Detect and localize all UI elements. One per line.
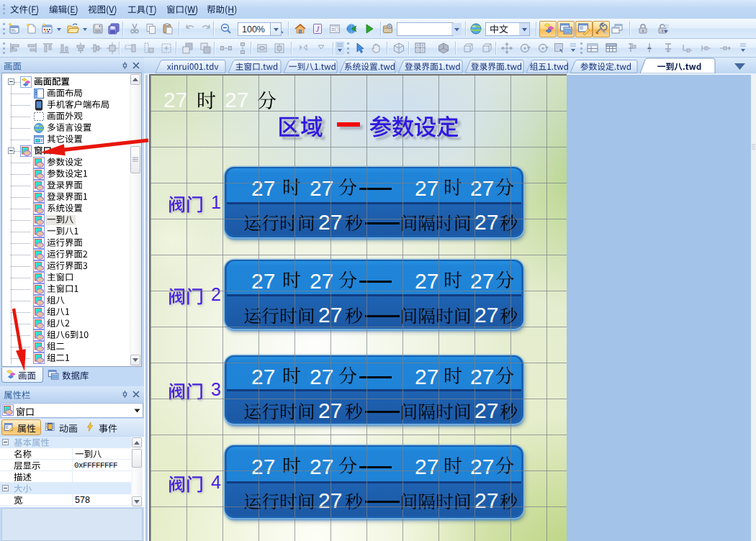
svg-text:J: J: [316, 25, 320, 33]
